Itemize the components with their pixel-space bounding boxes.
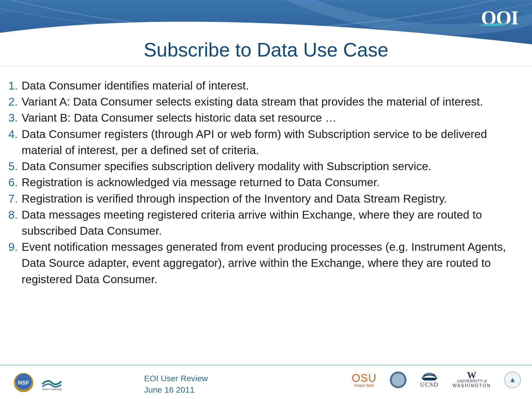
step-item: Variant A: Data Consumer selects existin… (8, 94, 524, 110)
scripps-logo-mark (390, 372, 406, 388)
nsf-logo: NSF (14, 373, 33, 392)
partner-logo: ▲ (504, 372, 521, 388)
footer-logos-left: NSF Ocean Leadership (14, 373, 63, 392)
ooi-logo-text: OOI (481, 8, 518, 28)
footer: NSF Ocean Leadership EOI User Review Jun… (0, 366, 532, 399)
ocean-leadership-logo: Ocean Leadership (41, 374, 63, 391)
step-item: Registration is acknowledged via message… (8, 174, 524, 190)
osu-logo-sub: Oregon State (352, 383, 377, 387)
step-item: Event notification messages generated fr… (8, 239, 524, 287)
step-item: Registration is verified through inspect… (8, 191, 524, 207)
step-item: Data messages meeting registered criteri… (8, 207, 524, 239)
partner-logo-mark: ▲ (504, 372, 521, 388)
step-item: Data Consumer specifies subscription del… (8, 158, 524, 174)
title-area: Subscribe to Data Use Case (0, 39, 532, 66)
uw-logo: W UNIVERSITY of WASHINGTON (452, 371, 491, 388)
svg-text:Ocean Leadership: Ocean Leadership (42, 388, 62, 391)
slide-title: Subscribe to Data Use Case (0, 39, 532, 66)
osu-logo-text: OSU (352, 372, 377, 383)
step-item: Data Consumer identifies material of int… (8, 78, 524, 94)
uw-line2: WASHINGTON (452, 383, 491, 388)
osu-logo: OSU Oregon State (352, 372, 377, 387)
step-item: Variant B: Data Consumer selects histori… (8, 110, 524, 126)
steps-list: Data Consumer identifies material of int… (8, 78, 524, 287)
triangle-icon: ▲ (509, 375, 516, 384)
ship-icon (420, 372, 439, 381)
content-area: Data Consumer identifies material of int… (8, 78, 524, 287)
uw-university: UNIVERSITY (457, 379, 483, 383)
nsf-logo-mark: NSF (14, 373, 33, 392)
ucsd-logo: UCSD (420, 372, 439, 388)
slide: OOI Subscribe to Data Use Case Data Cons… (0, 0, 532, 399)
uw-line1: UNIVERSITY of (452, 379, 491, 383)
footer-line1: EOI User Review (144, 373, 208, 384)
footer-line2: June 16 2011 (144, 384, 208, 396)
scripps-logo (390, 372, 406, 388)
footer-caption: EOI User Review June 16 2011 (144, 373, 208, 395)
footer-divider (0, 365, 532, 366)
footer-logos-right: OSU Oregon State UCSD W UNIVERSITY of WA… (352, 371, 521, 388)
ooi-logo: OOI (481, 8, 518, 28)
title-underline (0, 66, 532, 66)
ucsd-logo-text: UCSD (420, 381, 439, 388)
nsf-logo-text: NSF (18, 380, 29, 386)
step-item: Data Consumer registers (through API or … (8, 126, 524, 158)
uw-of: of (483, 379, 487, 383)
uw-w-mark: W (452, 371, 491, 379)
ocean-leadership-icon: Ocean Leadership (41, 374, 63, 391)
